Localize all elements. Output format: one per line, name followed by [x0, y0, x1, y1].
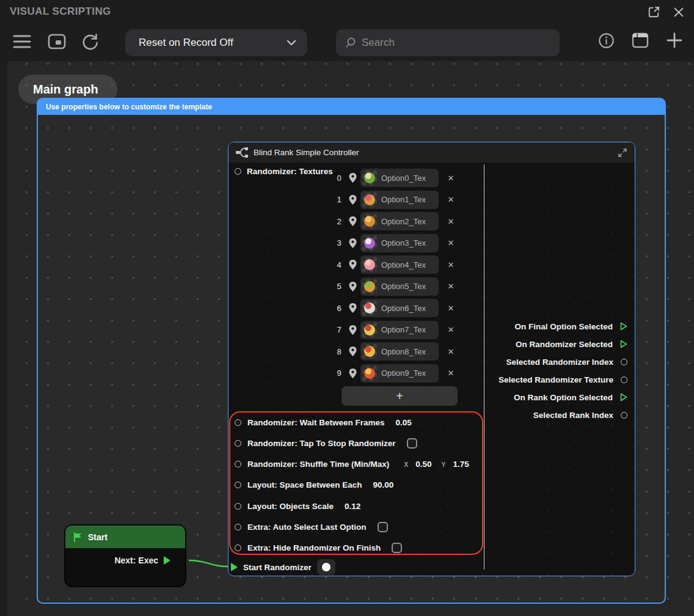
- flag-icon: [73, 532, 82, 542]
- remove-texture-button[interactable]: ✕: [439, 174, 463, 183]
- texture-field[interactable]: Option5_Tex: [360, 277, 439, 296]
- texture-field[interactable]: Option6_Tex: [360, 299, 439, 317]
- data-port-icon[interactable]: [235, 168, 241, 175]
- location-pin-icon[interactable]: [345, 172, 360, 183]
- remove-texture-button[interactable]: ✕: [439, 282, 463, 291]
- property-row: Layout: Space Between Each90.00: [235, 478, 480, 493]
- property-row: Extra: Auto Select Last Option: [235, 519, 480, 534]
- output-row: On Rank Option Selected: [395, 389, 627, 405]
- exec-port-icon[interactable]: [231, 563, 238, 571]
- data-port-icon[interactable]: [621, 412, 627, 419]
- search-input[interactable]: [362, 37, 551, 49]
- property-y-value[interactable]: 1.75: [453, 460, 469, 469]
- output-label: Selected Randomizer Texture: [499, 375, 613, 384]
- property-checkbox[interactable]: [378, 522, 388, 532]
- graph-canvas[interactable]: Main graph Use properties below to custo…: [7, 61, 694, 616]
- texture-label: Option5_Tex: [381, 282, 426, 291]
- remove-texture-button[interactable]: ✕: [439, 217, 463, 226]
- add-icon[interactable]: [666, 32, 683, 49]
- graph-state-dropdown-value: Reset on Record Off: [139, 37, 287, 49]
- property-value[interactable]: 90.00: [373, 480, 394, 490]
- start-randomizer-value[interactable]: [317, 559, 335, 575]
- texture-index: 3: [334, 238, 345, 248]
- value-dot: [322, 563, 331, 571]
- property-checkbox[interactable]: [392, 543, 402, 553]
- data-port-icon[interactable]: [621, 359, 627, 365]
- texture-row: 2Option2_Tex✕: [334, 212, 469, 230]
- texture-thumbnail-sushi: [362, 301, 377, 315]
- data-port-icon[interactable]: [235, 503, 241, 510]
- data-port-icon[interactable]: [235, 482, 241, 488]
- open-in-new-window-icon[interactable]: [647, 5, 661, 19]
- start-node-header[interactable]: Start: [65, 526, 185, 548]
- exec-port-icon[interactable]: [620, 393, 627, 402]
- property-x-value[interactable]: 0.50: [415, 460, 431, 469]
- remove-texture-button[interactable]: ✕: [439, 260, 463, 270]
- location-pin-icon[interactable]: [345, 281, 360, 292]
- texture-label: Option0_Tex: [381, 174, 426, 183]
- property-value[interactable]: 0.12: [345, 502, 360, 511]
- x-axis-label: X: [404, 461, 408, 468]
- texture-label: Option2_Tex: [381, 217, 426, 226]
- expand-icon[interactable]: [618, 148, 627, 158]
- data-port-icon[interactable]: [235, 440, 241, 447]
- data-port-icon[interactable]: [235, 524, 241, 530]
- location-pin-icon[interactable]: [345, 238, 360, 249]
- texture-row: 3Option3_Tex✕: [334, 234, 469, 252]
- data-port-icon[interactable]: [235, 461, 241, 468]
- remove-texture-button[interactable]: ✕: [439, 238, 463, 248]
- location-pin-icon[interactable]: [345, 346, 360, 357]
- property-label: Randomizer: Wait Between Frames: [247, 418, 385, 427]
- close-icon[interactable]: [672, 6, 685, 19]
- exec-port-icon[interactable]: [164, 556, 170, 565]
- texture-thumbnail-croissant: [362, 214, 377, 229]
- texture-label: Option4_Tex: [381, 260, 426, 270]
- property-label: Extra: Hide Randomizer On Finish: [247, 543, 381, 552]
- remove-texture-button[interactable]: ✕: [439, 195, 463, 204]
- graph-tab-label: Main graph: [33, 82, 98, 97]
- frame-header[interactable]: Use properties below to customize the te…: [37, 98, 665, 115]
- data-port-icon[interactable]: [235, 419, 241, 426]
- location-pin-icon[interactable]: [345, 259, 360, 270]
- refresh-icon[interactable]: [82, 33, 99, 50]
- location-pin-icon[interactable]: [345, 194, 360, 205]
- output-label: Selected Randomizer Index: [506, 358, 613, 367]
- controller-node-header[interactable]: Blind Rank Simple Controller: [228, 142, 635, 163]
- exec-port-icon[interactable]: [620, 322, 627, 331]
- texture-field[interactable]: Option4_Tex: [360, 255, 439, 274]
- texture-label: Option1_Tex: [381, 195, 426, 204]
- info-icon[interactable]: [598, 32, 615, 49]
- exec-port-icon[interactable]: [620, 340, 627, 348]
- next-exec-label: Next: Exec: [114, 556, 158, 565]
- property-row: Extra: Hide Randomizer On Finish: [235, 541, 480, 556]
- texture-label: Option3_Tex: [381, 238, 426, 248]
- texture-field[interactable]: Option3_Tex: [360, 234, 439, 252]
- controller-node[interactable]: Blind Rank Simple Controller Randomizer:…: [228, 142, 635, 576]
- data-port-icon[interactable]: [621, 376, 627, 383]
- start-node[interactable]: Start Next: Exec: [64, 524, 186, 587]
- property-checkbox[interactable]: [407, 438, 417, 449]
- location-pin-icon[interactable]: [345, 216, 360, 227]
- remove-texture-button[interactable]: ✕: [439, 304, 463, 313]
- location-pin-icon[interactable]: [345, 302, 360, 314]
- data-port-icon[interactable]: [235, 544, 241, 551]
- search-box[interactable]: [336, 29, 560, 56]
- graph-state-dropdown[interactable]: Reset on Record Off: [125, 29, 307, 56]
- menu-icon[interactable]: [12, 33, 32, 50]
- start-randomizer-label: Start Randomizer: [243, 563, 312, 572]
- window-panel-icon[interactable]: [632, 32, 649, 48]
- location-pin-icon[interactable]: [345, 368, 360, 379]
- picture-in-picture-icon[interactable]: [48, 34, 66, 50]
- texture-field[interactable]: Option2_Tex: [360, 212, 439, 230]
- location-pin-icon[interactable]: [345, 324, 360, 336]
- texture-field[interactable]: Option0_Tex: [360, 169, 439, 187]
- property-label: Layout: Objects Scale: [247, 502, 334, 511]
- property-row: Randomizer: Tap To Stop Randomizer: [235, 436, 480, 450]
- texture-index: 1: [334, 195, 345, 204]
- output-row: Selected Rank Index: [395, 407, 627, 423]
- start-node-title: Start: [88, 532, 108, 542]
- output-label: On Randomizer Selected: [516, 340, 613, 349]
- output-row: Selected Randomizer Texture: [395, 372, 627, 387]
- texture-field[interactable]: Option1_Tex: [360, 191, 439, 209]
- search-icon: [345, 37, 357, 49]
